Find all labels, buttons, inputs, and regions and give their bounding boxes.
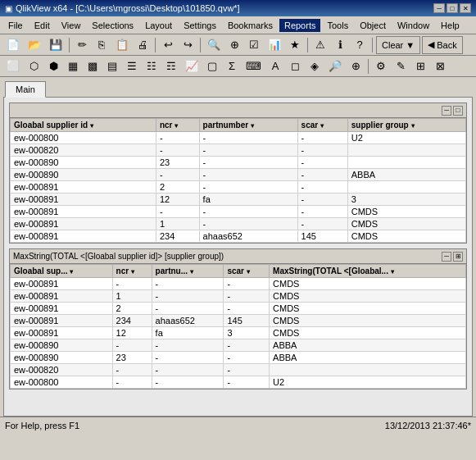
panel1-col-supplier[interactable]: Gloabal supplier id ▾ [11, 119, 156, 132]
panel1-col-supgroup[interactable]: supplier group ▾ [347, 119, 465, 132]
table-cell: ew-000890 [11, 157, 156, 169]
tb2-btn20[interactable]: ✎ [392, 57, 410, 75]
find-button[interactable]: ⊕ [225, 36, 243, 54]
new-button[interactable]: 📄 [3, 36, 23, 54]
tb2-btn2[interactable]: ⬡ [25, 57, 43, 75]
table-row: ew-0008911--CMDS [11, 290, 466, 303]
save-button[interactable]: 💾 [46, 36, 66, 54]
panel2-col-scar[interactable]: scar ▾ [224, 265, 270, 278]
table-cell: 234 [112, 315, 152, 327]
menu-object[interactable]: Object [355, 19, 391, 32]
alert-button[interactable]: ⚠ [311, 36, 329, 54]
panel2-col-ncr[interactable]: ncr ▾ [112, 265, 152, 278]
clear-dropdown-icon[interactable]: ▼ [406, 40, 415, 50]
table-row: ew-0008911--CMDS [11, 218, 466, 230]
open-button[interactable]: 📂 [25, 36, 44, 54]
table-cell: - [297, 157, 347, 169]
table-cell: - [152, 303, 224, 315]
tb2-btn21[interactable]: ⊞ [411, 57, 429, 75]
panel1-col-scar[interactable]: scar ▾ [297, 119, 347, 132]
title-bar-left: ▣ QlikView x64 - [C:\Users\mgrossi\Deskt… [5, 3, 240, 13]
tb2-btn17[interactable]: 🔎 [325, 57, 345, 75]
tb2-btn1[interactable]: ⬜ [3, 57, 23, 75]
close-button[interactable]: ✕ [460, 3, 471, 13]
panel1-col-partnum[interactable]: partnumber ▾ [199, 119, 297, 132]
tb2-btn18[interactable]: ⊕ [347, 57, 365, 75]
panel1-minimize[interactable]: ─ [442, 106, 451, 116]
table-cell: - [224, 376, 270, 389]
table-cell [347, 181, 465, 194]
table-row: ew-000890---ABBA [11, 339, 466, 352]
table-cell [270, 364, 466, 376]
info-button[interactable]: ℹ [331, 36, 349, 54]
panel2-col-supplier[interactable]: Gloabal sup... ▾ [11, 265, 113, 278]
panel2-restore[interactable]: ⊞ [453, 252, 463, 262]
tb2-btn5[interactable]: ▩ [84, 57, 102, 75]
undo-button[interactable]: ↩ [159, 36, 177, 54]
menu-bar: File Edit View Selections Layout Setting… [0, 16, 476, 34]
tb2-btn14[interactable]: A [266, 57, 284, 75]
menu-help[interactable]: Help [436, 19, 465, 32]
minimize-button[interactable]: ─ [433, 3, 445, 13]
menu-settings[interactable]: Settings [179, 19, 221, 32]
back-button[interactable]: ◀ Back [422, 36, 462, 54]
table-cell [347, 157, 465, 169]
tb2-btn4[interactable]: ▦ [64, 57, 82, 75]
tab-main[interactable]: Main [5, 81, 46, 98]
copy-button[interactable]: ⎘ [93, 36, 111, 54]
panel1-header: ─ □ [10, 103, 466, 118]
tb2-btn9[interactable]: ☶ [162, 57, 180, 75]
tb2-btn3[interactable]: ⬢ [44, 57, 62, 75]
table-cell: ew-000890 [11, 339, 113, 352]
menu-tools[interactable]: Tools [322, 19, 353, 32]
tb2-btn22[interactable]: ⊠ [431, 57, 449, 75]
table-cell: - [199, 132, 297, 144]
redo-button[interactable]: ↪ [179, 36, 197, 54]
tb2-btn11[interactable]: ▢ [203, 57, 221, 75]
clear-button[interactable]: Clear ▼ [376, 36, 420, 54]
edit-button[interactable]: ✏ [73, 36, 91, 54]
table-cell: CMDS [270, 303, 466, 315]
table-cell: 23 [156, 157, 199, 169]
paste-button[interactable]: 📋 [112, 36, 132, 54]
print-button[interactable]: 🖨 [134, 36, 152, 54]
tb2-btn19[interactable]: ⚙ [372, 57, 390, 75]
menu-reports[interactable]: Reports [279, 19, 321, 32]
table-cell: ew-000891 [11, 315, 113, 327]
table-cell: - [224, 364, 270, 376]
menu-view[interactable]: View [57, 19, 86, 32]
menu-bookmarks[interactable]: Bookmarks [223, 19, 278, 32]
panel2-header: MaxString(TOTAL <[Gloabal supplier id]> … [10, 249, 466, 264]
table-cell: - [224, 339, 270, 352]
bookmark-button[interactable]: ★ [286, 36, 304, 54]
menu-edit[interactable]: Edit [29, 19, 55, 32]
checkbox-button[interactable]: ☑ [245, 36, 263, 54]
tb2-btn16[interactable]: ◈ [306, 57, 324, 75]
tb2-btn8[interactable]: ☷ [143, 57, 161, 75]
table-cell: ew-000800 [11, 376, 113, 389]
menu-file[interactable]: File [3, 19, 28, 32]
tb2-btn12[interactable]: Σ [223, 57, 241, 75]
table-row: ew-000891234ahaas652145CMDS [11, 315, 466, 327]
tb2-btn7[interactable]: ☰ [123, 57, 141, 75]
menu-layout[interactable]: Layout [140, 19, 177, 32]
panel2-minimize[interactable]: ─ [442, 252, 451, 262]
menu-window[interactable]: Window [392, 19, 434, 32]
restore-button[interactable]: □ [447, 3, 458, 13]
table-cell: 2 [156, 181, 199, 194]
panel2-col-maxstring[interactable]: MaxString(TOTAL <[Gloabal... ▾ [270, 265, 466, 278]
tb2-btn13[interactable]: ⌨ [243, 57, 265, 75]
chart-button[interactable]: 📊 [265, 36, 284, 54]
tb2-btn15[interactable]: ◻ [286, 57, 304, 75]
table-cell: 3 [347, 194, 465, 206]
window-controls[interactable]: ─ □ ✕ [433, 3, 471, 13]
panel1-col-ncr[interactable]: ncr ▾ [156, 119, 199, 132]
table-cell: - [297, 169, 347, 181]
search-button[interactable]: 🔍 [204, 36, 224, 54]
help-button[interactable]: ? [351, 36, 369, 54]
panel1-maximize[interactable]: □ [453, 106, 463, 116]
panel2-col-partnum[interactable]: partnu... ▾ [152, 265, 224, 278]
tb2-btn6[interactable]: ▤ [103, 57, 121, 75]
menu-selections[interactable]: Selections [87, 19, 138, 32]
tb2-btn10[interactable]: 📈 [182, 57, 202, 75]
